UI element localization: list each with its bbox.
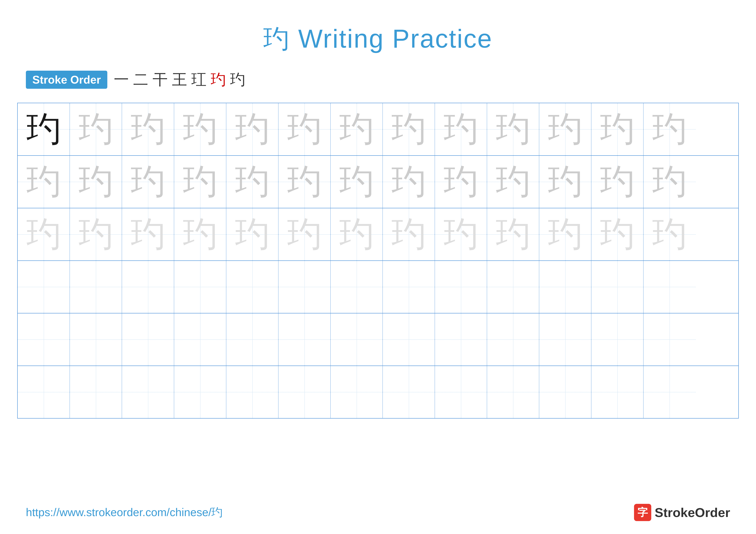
grid-cell-1-13: 玓 — [643, 103, 696, 155]
grid-cell-3-3: 玓 — [122, 208, 174, 261]
grid-cell-5-3[interactable] — [122, 314, 174, 366]
grid-cell-6-4[interactable] — [174, 366, 226, 418]
grid-row-1: 玓 玓 玓 玓 玓 玓 玓 玓 玓 玓 玓 玓 玓 — [18, 103, 738, 156]
stroke-sequence: 一 二 干 王 玒 玓 玓 — [114, 69, 245, 90]
stroke-1: 一 — [114, 69, 129, 90]
grid-cell-6-10[interactable] — [487, 366, 539, 418]
grid-cell-1-3: 玓 — [122, 103, 174, 155]
grid-cell-3-1: 玓 — [18, 208, 70, 261]
grid-cell-6-3[interactable] — [122, 366, 174, 418]
stroke-6: 玓 — [211, 69, 226, 90]
grid-cell-4-7[interactable] — [331, 261, 383, 313]
logo-text: StrokeOrder — [655, 505, 730, 520]
grid-cell-4-12[interactable] — [591, 261, 643, 313]
grid-cell-4-5[interactable] — [226, 261, 279, 313]
grid-cell-5-12[interactable] — [591, 314, 643, 366]
grid-cell-6-5[interactable] — [226, 366, 279, 418]
grid-cell-6-8[interactable] — [383, 366, 435, 418]
grid-cell-2-6: 玓 — [279, 156, 331, 208]
grid-cell-4-2[interactable] — [70, 261, 122, 313]
grid-cell-6-1[interactable] — [18, 366, 70, 418]
grid-cell-6-2[interactable] — [70, 366, 122, 418]
grid-cell-6-7[interactable] — [331, 366, 383, 418]
grid-cell-1-12: 玓 — [591, 103, 643, 155]
grid-cell-1-5: 玓 — [226, 103, 279, 155]
grid-cell-4-9[interactable] — [435, 261, 487, 313]
grid-cell-4-10[interactable] — [487, 261, 539, 313]
grid-cell-5-8[interactable] — [383, 314, 435, 366]
grid-cell-6-9[interactable] — [435, 366, 487, 418]
grid-cell-2-2: 玓 — [70, 156, 122, 208]
grid-cell-5-13[interactable] — [643, 314, 696, 366]
grid-cell-3-8: 玓 — [383, 208, 435, 261]
footer-logo: 字 StrokeOrder — [634, 504, 730, 521]
stroke-5: 玒 — [191, 69, 206, 90]
grid-cell-1-9: 玓 — [435, 103, 487, 155]
grid-cell-4-4[interactable] — [174, 261, 226, 313]
grid-cell-2-5: 玓 — [226, 156, 279, 208]
grid-cell-4-6[interactable] — [279, 261, 331, 313]
grid-cell-6-6[interactable] — [279, 366, 331, 418]
grid-cell-2-13: 玓 — [643, 156, 696, 208]
grid-cell-3-13: 玓 — [643, 208, 696, 261]
grid-cell-2-8: 玓 — [383, 156, 435, 208]
grid-cell-1-6: 玓 — [279, 103, 331, 155]
grid-cell-5-9[interactable] — [435, 314, 487, 366]
practice-grid: 玓 玓 玓 玓 玓 玓 玓 玓 玓 玓 玓 玓 玓 玓 玓 玓 玓 玓 玓 玓 … — [17, 103, 739, 419]
footer-url: https://www.strokeorder.com/chinese/玓 — [26, 505, 223, 520]
grid-cell-4-8[interactable] — [383, 261, 435, 313]
char-light: 玓 — [79, 106, 113, 153]
grid-row-5 — [18, 314, 738, 366]
grid-row-3: 玓 玓 玓 玓 玓 玓 玓 玓 玓 玓 玓 玓 玓 — [18, 208, 738, 261]
grid-cell-3-4: 玓 — [174, 208, 226, 261]
grid-cell-2-10: 玓 — [487, 156, 539, 208]
grid-cell-1-2: 玓 — [70, 103, 122, 155]
grid-cell-3-11: 玓 — [539, 208, 591, 261]
grid-cell-1-1: 玓 — [18, 103, 70, 155]
grid-cell-2-7: 玓 — [331, 156, 383, 208]
grid-cell-4-3[interactable] — [122, 261, 174, 313]
grid-cell-6-13[interactable] — [643, 366, 696, 418]
grid-row-2: 玓 玓 玓 玓 玓 玓 玓 玓 玓 玓 玓 玓 玓 — [18, 156, 738, 208]
grid-cell-1-11: 玓 — [539, 103, 591, 155]
grid-cell-4-1[interactable] — [18, 261, 70, 313]
char-dark: 玓 — [27, 106, 61, 153]
grid-cell-2-1: 玓 — [18, 156, 70, 208]
grid-cell-2-12: 玓 — [591, 156, 643, 208]
grid-cell-5-10[interactable] — [487, 314, 539, 366]
grid-cell-4-11[interactable] — [539, 261, 591, 313]
grid-cell-2-9: 玓 — [435, 156, 487, 208]
grid-cell-4-13[interactable] — [643, 261, 696, 313]
grid-cell-1-7: 玓 — [331, 103, 383, 155]
grid-cell-5-4[interactable] — [174, 314, 226, 366]
page-title: 玓 Writing Practice — [0, 0, 756, 57]
grid-cell-6-12[interactable] — [591, 366, 643, 418]
grid-cell-1-8: 玓 — [383, 103, 435, 155]
stroke-4: 王 — [172, 69, 187, 90]
grid-cell-5-1[interactable] — [18, 314, 70, 366]
stroke-7: 玓 — [230, 69, 245, 90]
grid-cell-2-11: 玓 — [539, 156, 591, 208]
grid-cell-5-5[interactable] — [226, 314, 279, 366]
stroke-order-section: Stroke Order 一 二 干 王 玒 玓 玓 — [0, 57, 756, 98]
grid-cell-3-6: 玓 — [279, 208, 331, 261]
grid-cell-5-11[interactable] — [539, 314, 591, 366]
logo-icon: 字 — [634, 504, 651, 521]
grid-cell-1-10: 玓 — [487, 103, 539, 155]
grid-row-4 — [18, 261, 738, 314]
grid-cell-3-2: 玓 — [70, 208, 122, 261]
stroke-2: 二 — [133, 69, 148, 90]
grid-cell-1-4: 玓 — [174, 103, 226, 155]
grid-cell-5-2[interactable] — [70, 314, 122, 366]
grid-cell-6-11[interactable] — [539, 366, 591, 418]
footer: https://www.strokeorder.com/chinese/玓 字 … — [0, 504, 756, 521]
grid-cell-5-7[interactable] — [331, 314, 383, 366]
stroke-order-badge: Stroke Order — [26, 71, 107, 89]
grid-cell-3-12: 玓 — [591, 208, 643, 261]
grid-cell-3-9: 玓 — [435, 208, 487, 261]
grid-cell-3-5: 玓 — [226, 208, 279, 261]
stroke-3: 干 — [152, 69, 168, 90]
grid-cell-5-6[interactable] — [279, 314, 331, 366]
grid-cell-2-3: 玓 — [122, 156, 174, 208]
grid-cell-2-4: 玓 — [174, 156, 226, 208]
